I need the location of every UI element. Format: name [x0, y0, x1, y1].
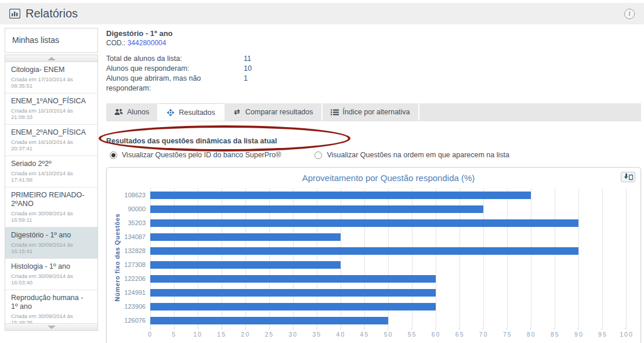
list-item-name: ENEM_2ºANO_FÍSICA — [11, 128, 92, 137]
list-item-name: PRIMEIRO REINADO-2ºANO — [11, 191, 92, 208]
x-tick-label: 80 — [527, 331, 536, 338]
list-icon — [331, 109, 339, 115]
bar — [150, 192, 531, 199]
x-tick-label: 10 — [193, 331, 202, 338]
stat-label: Total de alunos da lista: — [106, 54, 244, 64]
category-label: 126076 — [122, 313, 150, 327]
chart-tracks — [150, 188, 627, 327]
list-item-created: Criada em 30/09/2014 às 16:59:11 — [11, 210, 92, 223]
x-tick-label: 55 — [408, 331, 417, 338]
list-item-name: Citologia- ENEM — [11, 66, 92, 74]
chart-categories: 1086239000035203134087132828127308122206… — [122, 188, 150, 327]
category-label: 108623 — [122, 188, 150, 202]
bar-track — [150, 216, 626, 230]
list-item-created: Criada em 30/09/2014 às 16:15:41 — [11, 241, 92, 254]
category-label: 35203 — [122, 216, 150, 230]
bar — [150, 289, 436, 297]
sidebar-list-item[interactable]: PRIMEIRO REINADO-2ºANOCriada em 30/09/20… — [5, 187, 97, 228]
list-item-created: Criada em 30/09/2014 às 15:49:35 — [11, 313, 92, 324]
bar — [150, 303, 436, 310]
category-label: 124991 — [122, 286, 150, 299]
bar-track — [150, 188, 626, 202]
list-item-name: Histologia - 1º ano — [11, 262, 92, 271]
list-item-created: Criada em 17/10/2014 às 08:35:51 — [11, 76, 92, 89]
bar-track — [150, 299, 626, 313]
relatorios-page: Relatórios i Minhas listas Citologia- EN… — [0, 0, 644, 343]
radio-icon[interactable] — [314, 151, 322, 159]
bar-track — [150, 202, 626, 216]
bar-chart-icon — [9, 9, 20, 19]
cod-value-link[interactable]: 3442800004 — [128, 39, 167, 47]
category-label: 132828 — [122, 244, 150, 258]
radio-option[interactable]: Visualizar Questões na ordem em que apar… — [314, 151, 509, 159]
tab-comparar-resultados[interactable]: Comparar resultados — [225, 103, 323, 121]
category-label: 123906 — [122, 299, 150, 313]
x-tick-label: 15 — [217, 331, 226, 338]
bar — [150, 233, 341, 241]
tab-bar: Alunos Resultados — [106, 103, 641, 121]
x-tick-label: 65 — [455, 331, 465, 338]
list-code-line: COD.: 3442800004 — [106, 39, 641, 47]
results-diamond-icon — [167, 109, 175, 117]
bar — [150, 219, 578, 227]
tab-label: Resultados — [179, 109, 215, 117]
x-tick-label: 40 — [337, 331, 346, 338]
sidebar-list-item[interactable]: Seriado 2º2ºCriada em 14/10/2014 às 17:4… — [5, 156, 97, 187]
radio-label: Visualizar Questões na ordem em que apar… — [327, 151, 509, 159]
list-item-created: Criada em 30/09/2014 às 16:03:40 — [11, 273, 92, 286]
stat-row: Total de alunos da lista:11 — [106, 54, 641, 64]
bar-track — [150, 286, 626, 299]
sidebar-list-item[interactable]: Reprodução humana - 1º anoCriada em 30/0… — [5, 290, 97, 324]
radio-group: Visualizar Questões pelo ID do banco Sup… — [106, 151, 641, 159]
tab-resultados[interactable]: Resultados — [158, 103, 225, 121]
cod-label: COD.: — [106, 39, 125, 47]
y-axis-title-container: Número fixo das Questões — [113, 188, 122, 327]
x-tick-label: 5 — [172, 331, 176, 338]
x-tick-label: 35 — [313, 331, 322, 338]
page-header: Relatórios i — [0, 3, 644, 24]
sidebar: Minhas listas Citologia- ENEMCriada em 1… — [5, 28, 98, 331]
chart-body: Número fixo das Questões 108623900003520… — [113, 188, 627, 343]
stat-value: 1 — [244, 74, 248, 93]
sidebar-list-item[interactable]: Histologia - 1º anoCriada em 30/09/2014 … — [5, 259, 97, 290]
scroll-up-button[interactable] — [5, 55, 97, 62]
sidebar-list-item[interactable]: ENEM_2ºANO_FÍSICACriada em 16/10/2014 às… — [5, 125, 97, 156]
radio-option[interactable]: Visualizar Questões pelo ID do banco Sup… — [110, 151, 281, 159]
sidebar-list-container: Citologia- ENEMCriada em 17/10/2014 às 0… — [5, 55, 98, 331]
sidebar-list-item[interactable]: ENEM_1ºANO_FÍSICACriada em 16/10/2014 às… — [5, 93, 97, 125]
bar — [150, 275, 436, 283]
radio-icon[interactable] — [110, 151, 117, 159]
y-axis-title: Número fixo das Questões — [114, 214, 121, 301]
info-icon[interactable]: i — [624, 9, 635, 19]
category-label: 122206 — [122, 272, 150, 286]
x-tick-label: 0 — [148, 331, 153, 338]
x-tick-label: 25 — [265, 331, 274, 338]
category-label: 90000 — [122, 202, 150, 216]
list-item-name: ENEM_1ºANO_FÍSICA — [11, 97, 92, 106]
x-tick-label: 50 — [384, 331, 393, 338]
bar — [150, 205, 483, 213]
stat-value: 11 — [244, 54, 251, 64]
x-tick-label: 75 — [503, 331, 512, 338]
tab-label: Comparar resultados — [245, 108, 313, 116]
sidebar-list-item[interactable]: Digestório - 1º anoCriada em 30/09/2014 … — [5, 228, 97, 259]
x-tick-label: 45 — [360, 331, 370, 338]
list-item-name: Digestório - 1º ano — [11, 231, 92, 240]
tab-label: Índice por alternativa — [343, 108, 410, 116]
x-tick-label: 70 — [479, 331, 489, 338]
x-tick-label: 85 — [551, 331, 560, 338]
page-title-text: Relatórios — [26, 7, 78, 20]
x-tick-label: 100 — [620, 331, 634, 338]
x-axis-ticks: 0510152025303540455055606570758085909510… — [150, 331, 627, 340]
page-title: Relatórios — [9, 7, 78, 20]
tab-alunos[interactable]: Alunos — [106, 103, 158, 121]
export-chart-icon[interactable] — [621, 172, 635, 182]
x-tick-label: 95 — [598, 331, 607, 338]
list-item-name: Reprodução humana - 1º ano — [11, 294, 92, 311]
tab-indice-por-alternativa[interactable]: Índice por alternativa — [323, 103, 419, 121]
chart-title: Aproveitamento por Questão respondida (%… — [150, 173, 627, 183]
chevron-up-icon — [48, 57, 56, 60]
sidebar-list-item[interactable]: Citologia- ENEMCriada em 17/10/2014 às 0… — [5, 62, 97, 93]
bar — [150, 317, 388, 324]
scroll-down-button[interactable] — [5, 323, 97, 330]
